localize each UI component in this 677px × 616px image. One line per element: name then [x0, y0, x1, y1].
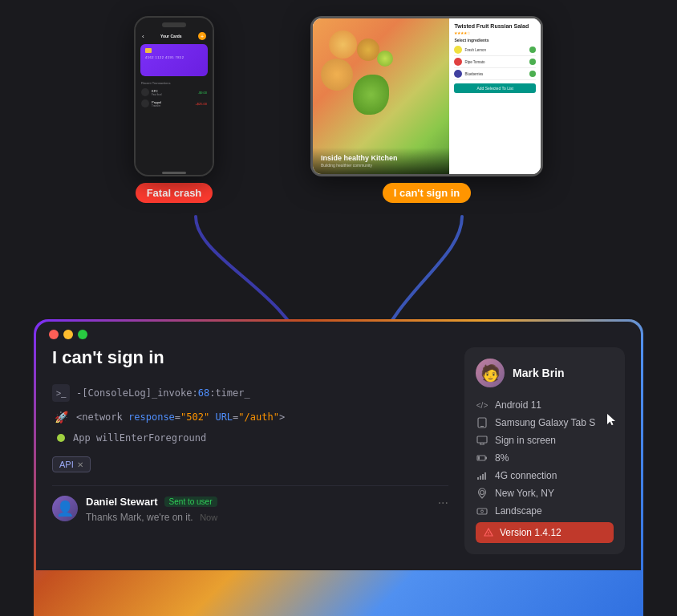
svg-point-15	[480, 491, 484, 495]
main-window: I can't sign in >_ -[ConsoleLog]_invoke:…	[34, 319, 643, 616]
svg-rect-12	[480, 476, 481, 480]
transaction-2: Paypal Transfer +$25.00	[139, 98, 209, 109]
phone-header: ‹ Your Cards +	[139, 30, 209, 42]
version-row: Version 1.4.12	[476, 522, 614, 543]
tablet-image-title: Inside healthy Kitchen	[321, 154, 441, 163]
platform-text: Android 11	[495, 399, 541, 411]
sent-badge: Sent to user	[164, 496, 217, 507]
log-text-3: App willEnterForeground	[73, 432, 206, 444]
phone-home-bar	[162, 172, 186, 174]
svg-rect-4	[477, 436, 487, 443]
svg-rect-11	[477, 477, 479, 480]
commenter-avatar: 👤	[52, 496, 78, 521]
location-text: New York, NY	[495, 488, 554, 499]
signal-icon	[476, 469, 488, 482]
tablet-left-panel: Inside healthy Kitchen Building healthie…	[313, 18, 449, 174]
ing1-dot	[454, 46, 462, 54]
transaction-1: KFC Fast food -$9.00	[139, 87, 209, 98]
close-dot[interactable]	[49, 330, 59, 339]
ingredient-1: Fresh Lemon	[454, 44, 536, 56]
tx1-sub: Fast food	[152, 93, 196, 96]
user-name: Mark Brin	[513, 367, 565, 379]
star-rating: ★★★★☆	[454, 30, 536, 35]
tag-row: API ✕	[52, 456, 448, 472]
tx1-icon	[141, 88, 149, 96]
ing3-check	[529, 71, 536, 77]
app-dot-icon	[57, 434, 65, 442]
window-titlebar	[36, 322, 641, 347]
ingredient-3: Blueberries	[454, 68, 536, 80]
screen-text: Sign in screen	[495, 435, 556, 446]
battery-icon	[476, 452, 488, 464]
detail-location: New York, NY	[476, 487, 614, 500]
recipe-title: Twisted Fruit Russian Salad	[454, 23, 536, 29]
network-icon: 🚀	[52, 408, 70, 426]
commenter-name: Daniel Stewart	[86, 496, 158, 508]
api-tag[interactable]: API ✕	[52, 456, 91, 472]
ingredient-2: Ripe Tomato	[454, 56, 536, 68]
svg-rect-13	[482, 474, 484, 480]
comment-section: 👤 Daniel Stewart Sent to user Thanks Mar…	[52, 485, 448, 524]
tablet-container: Inside healthy Kitchen Building healthie…	[310, 16, 543, 203]
user-info-panel: 🧑 Mark Brin </> Android 11	[464, 347, 625, 554]
detail-screen: Sign in screen	[476, 434, 614, 447]
location-icon	[476, 487, 488, 500]
tx1-amount: -$9.00	[198, 91, 207, 95]
ing2-name: Ripe Tomato	[464, 60, 527, 64]
screen-icon	[476, 434, 488, 447]
more-options-button[interactable]: ···	[438, 496, 448, 509]
api-tag-remove[interactable]: ✕	[77, 460, 83, 469]
comment-text-row: Thanks Mark, we're on it. Now	[86, 509, 430, 524]
phone-screen: ‹ Your Cards + 4562 1122 4595 7852 Recen…	[136, 27, 213, 168]
version-text: Version 1.4.12	[500, 527, 561, 538]
tablet-mockup: Inside healthy Kitchen Building healthie…	[310, 16, 543, 176]
phone-container: ‹ Your Cards + 4562 1122 4595 7852 Recen…	[134, 16, 214, 203]
issue-title: I can't sign in	[52, 347, 448, 368]
tx2-sub: Transfer	[152, 104, 193, 107]
phone-back-arrow: ‹	[142, 33, 144, 40]
log-text-1: -[ConsoleLog]_invoke:68:timer_	[76, 387, 250, 399]
svg-point-17	[481, 510, 484, 513]
phone-add-icon: +	[198, 32, 206, 40]
left-panel: I can't sign in >_ -[ConsoleLog]_invoke:…	[52, 347, 464, 554]
tablet-screen: Inside healthy Kitchen Building healthie…	[313, 18, 541, 174]
ing2-check	[529, 59, 536, 65]
orientation-icon	[476, 505, 488, 517]
android-icon: </>	[476, 399, 488, 411]
detail-network: 4G connection	[476, 469, 614, 482]
recipe-image: Inside healthy Kitchen Building healthie…	[313, 18, 449, 174]
version-warning-icon	[482, 526, 495, 539]
ing1-name: Fresh Lemon	[464, 48, 527, 52]
network-text: 4G connection	[495, 470, 557, 481]
device-details: </> Android 11 Samsung Galaxy Tab S	[476, 399, 614, 543]
add-to-list-button[interactable]: Add Selected To List	[454, 83, 536, 93]
transactions-title: Recent Transactions	[139, 79, 209, 87]
detail-battery: 8%	[476, 452, 614, 464]
log-entry-1: >_ -[ConsoleLog]_invoke:68:timer_	[52, 384, 448, 402]
ing3-name: Blueberries	[464, 72, 527, 76]
maximize-dot[interactable]	[78, 330, 87, 339]
log-entry-3: App willEnterForeground	[52, 432, 448, 444]
window-content: I can't sign in >_ -[ConsoleLog]_invoke:…	[36, 347, 641, 554]
tablet-right-panel: Twisted Fruit Russian Salad ★★★★☆ Select…	[449, 18, 541, 174]
minimize-dot[interactable]	[63, 330, 73, 339]
comment-actions: ···	[438, 496, 448, 510]
tablet-image-sub: Building healthier community	[321, 163, 441, 168]
comment-header: Daniel Stewart Sent to user	[86, 496, 430, 508]
main-window-inner: I can't sign in >_ -[ConsoleLog]_invoke:…	[36, 322, 641, 570]
api-tag-label: API	[59, 460, 74, 469]
svg-rect-10	[478, 456, 480, 460]
tx1-info: KFC Fast food	[152, 89, 196, 96]
ing3-dot	[454, 70, 462, 78]
tx2-icon	[141, 99, 149, 107]
chip-icon	[145, 48, 152, 53]
phone-card: 4562 1122 4595 7852	[140, 44, 208, 76]
comment-time: Now	[200, 513, 217, 522]
svg-rect-16	[477, 509, 487, 514]
terminal-icon: >_	[52, 384, 70, 402]
ing2-dot	[454, 58, 462, 66]
phone-title: Your Cards	[160, 34, 182, 38]
fatal-crash-label: Fatal crash	[136, 183, 213, 203]
detail-orientation: Landscape	[476, 505, 614, 517]
battery-text: 8%	[495, 452, 509, 464]
